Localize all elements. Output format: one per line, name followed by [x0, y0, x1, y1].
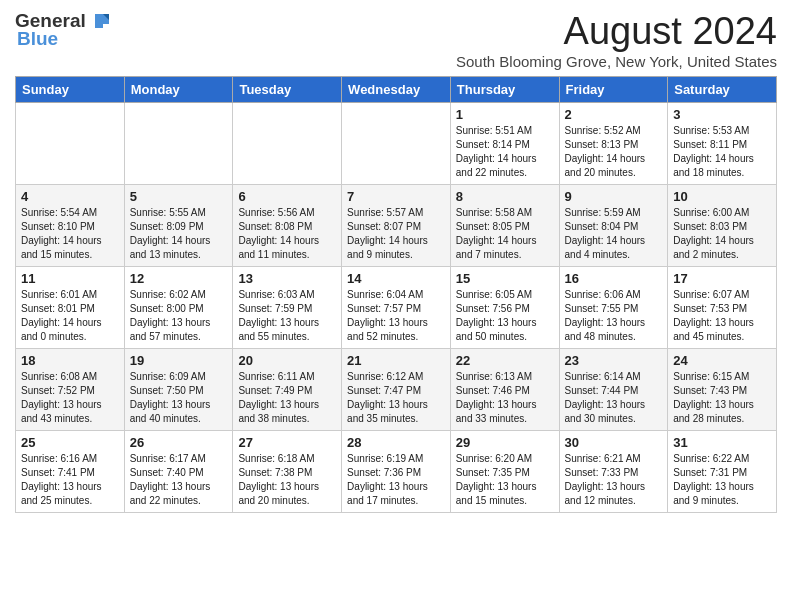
day-info: Sunrise: 6:09 AM Sunset: 7:50 PM Dayligh… [130, 370, 228, 426]
week-row-4: 18Sunrise: 6:08 AM Sunset: 7:52 PM Dayli… [16, 349, 777, 431]
calendar-table: SundayMondayTuesdayWednesdayThursdayFrid… [15, 76, 777, 513]
month-title: August 2024 [456, 10, 777, 53]
calendar-cell: 31Sunrise: 6:22 AM Sunset: 7:31 PM Dayli… [668, 431, 777, 513]
day-number: 19 [130, 353, 228, 368]
day-number: 31 [673, 435, 771, 450]
calendar-cell: 21Sunrise: 6:12 AM Sunset: 7:47 PM Dayli… [342, 349, 451, 431]
day-number: 22 [456, 353, 554, 368]
day-info: Sunrise: 6:19 AM Sunset: 7:36 PM Dayligh… [347, 452, 445, 508]
day-info: Sunrise: 6:04 AM Sunset: 7:57 PM Dayligh… [347, 288, 445, 344]
day-number: 16 [565, 271, 663, 286]
calendar-cell: 12Sunrise: 6:02 AM Sunset: 8:00 PM Dayli… [124, 267, 233, 349]
weekday-header-row: SundayMondayTuesdayWednesdayThursdayFrid… [16, 77, 777, 103]
day-number: 26 [130, 435, 228, 450]
weekday-header-sunday: Sunday [16, 77, 125, 103]
day-info: Sunrise: 6:11 AM Sunset: 7:49 PM Dayligh… [238, 370, 336, 426]
day-info: Sunrise: 5:59 AM Sunset: 8:04 PM Dayligh… [565, 206, 663, 262]
calendar-cell: 20Sunrise: 6:11 AM Sunset: 7:49 PM Dayli… [233, 349, 342, 431]
logo-icon [89, 12, 111, 30]
calendar-cell: 10Sunrise: 6:00 AM Sunset: 8:03 PM Dayli… [668, 185, 777, 267]
day-number: 9 [565, 189, 663, 204]
day-number: 6 [238, 189, 336, 204]
logo-blue-text: Blue [17, 28, 58, 50]
day-info: Sunrise: 5:55 AM Sunset: 8:09 PM Dayligh… [130, 206, 228, 262]
calendar-cell: 17Sunrise: 6:07 AM Sunset: 7:53 PM Dayli… [668, 267, 777, 349]
weekday-header-thursday: Thursday [450, 77, 559, 103]
day-info: Sunrise: 6:16 AM Sunset: 7:41 PM Dayligh… [21, 452, 119, 508]
calendar-cell: 15Sunrise: 6:05 AM Sunset: 7:56 PM Dayli… [450, 267, 559, 349]
weekday-header-friday: Friday [559, 77, 668, 103]
calendar-cell [16, 103, 125, 185]
day-info: Sunrise: 5:58 AM Sunset: 8:05 PM Dayligh… [456, 206, 554, 262]
weekday-header-wednesday: Wednesday [342, 77, 451, 103]
day-number: 17 [673, 271, 771, 286]
calendar-cell [233, 103, 342, 185]
day-number: 3 [673, 107, 771, 122]
day-info: Sunrise: 5:51 AM Sunset: 8:14 PM Dayligh… [456, 124, 554, 180]
calendar-cell: 25Sunrise: 6:16 AM Sunset: 7:41 PM Dayli… [16, 431, 125, 513]
day-number: 14 [347, 271, 445, 286]
calendar-cell: 13Sunrise: 6:03 AM Sunset: 7:59 PM Dayli… [233, 267, 342, 349]
day-info: Sunrise: 6:13 AM Sunset: 7:46 PM Dayligh… [456, 370, 554, 426]
calendar-cell: 1Sunrise: 5:51 AM Sunset: 8:14 PM Daylig… [450, 103, 559, 185]
day-number: 21 [347, 353, 445, 368]
day-info: Sunrise: 6:17 AM Sunset: 7:40 PM Dayligh… [130, 452, 228, 508]
day-info: Sunrise: 5:56 AM Sunset: 8:08 PM Dayligh… [238, 206, 336, 262]
calendar-cell: 14Sunrise: 6:04 AM Sunset: 7:57 PM Dayli… [342, 267, 451, 349]
weekday-header-tuesday: Tuesday [233, 77, 342, 103]
calendar-cell [124, 103, 233, 185]
day-number: 11 [21, 271, 119, 286]
day-info: Sunrise: 6:20 AM Sunset: 7:35 PM Dayligh… [456, 452, 554, 508]
calendar-cell: 7Sunrise: 5:57 AM Sunset: 8:07 PM Daylig… [342, 185, 451, 267]
location-title: South Blooming Grove, New York, United S… [456, 53, 777, 70]
day-number: 30 [565, 435, 663, 450]
day-info: Sunrise: 6:00 AM Sunset: 8:03 PM Dayligh… [673, 206, 771, 262]
day-info: Sunrise: 6:05 AM Sunset: 7:56 PM Dayligh… [456, 288, 554, 344]
day-number: 5 [130, 189, 228, 204]
day-info: Sunrise: 6:06 AM Sunset: 7:55 PM Dayligh… [565, 288, 663, 344]
calendar-cell: 27Sunrise: 6:18 AM Sunset: 7:38 PM Dayli… [233, 431, 342, 513]
day-info: Sunrise: 6:21 AM Sunset: 7:33 PM Dayligh… [565, 452, 663, 508]
day-number: 29 [456, 435, 554, 450]
day-info: Sunrise: 6:07 AM Sunset: 7:53 PM Dayligh… [673, 288, 771, 344]
day-info: Sunrise: 6:03 AM Sunset: 7:59 PM Dayligh… [238, 288, 336, 344]
calendar-cell: 19Sunrise: 6:09 AM Sunset: 7:50 PM Dayli… [124, 349, 233, 431]
weekday-header-monday: Monday [124, 77, 233, 103]
day-number: 1 [456, 107, 554, 122]
calendar-cell: 26Sunrise: 6:17 AM Sunset: 7:40 PM Dayli… [124, 431, 233, 513]
day-number: 24 [673, 353, 771, 368]
calendar-cell: 5Sunrise: 5:55 AM Sunset: 8:09 PM Daylig… [124, 185, 233, 267]
calendar-cell: 3Sunrise: 5:53 AM Sunset: 8:11 PM Daylig… [668, 103, 777, 185]
calendar-cell: 30Sunrise: 6:21 AM Sunset: 7:33 PM Dayli… [559, 431, 668, 513]
week-row-2: 4Sunrise: 5:54 AM Sunset: 8:10 PM Daylig… [16, 185, 777, 267]
day-info: Sunrise: 6:02 AM Sunset: 8:00 PM Dayligh… [130, 288, 228, 344]
day-info: Sunrise: 5:53 AM Sunset: 8:11 PM Dayligh… [673, 124, 771, 180]
calendar-cell: 24Sunrise: 6:15 AM Sunset: 7:43 PM Dayli… [668, 349, 777, 431]
calendar-cell: 22Sunrise: 6:13 AM Sunset: 7:46 PM Dayli… [450, 349, 559, 431]
day-info: Sunrise: 5:52 AM Sunset: 8:13 PM Dayligh… [565, 124, 663, 180]
day-number: 25 [21, 435, 119, 450]
logo: General Blue [15, 10, 111, 50]
day-number: 28 [347, 435, 445, 450]
day-number: 12 [130, 271, 228, 286]
day-number: 10 [673, 189, 771, 204]
day-info: Sunrise: 6:22 AM Sunset: 7:31 PM Dayligh… [673, 452, 771, 508]
day-info: Sunrise: 5:54 AM Sunset: 8:10 PM Dayligh… [21, 206, 119, 262]
day-info: Sunrise: 6:08 AM Sunset: 7:52 PM Dayligh… [21, 370, 119, 426]
day-number: 15 [456, 271, 554, 286]
calendar-cell: 16Sunrise: 6:06 AM Sunset: 7:55 PM Dayli… [559, 267, 668, 349]
calendar-cell: 2Sunrise: 5:52 AM Sunset: 8:13 PM Daylig… [559, 103, 668, 185]
day-number: 18 [21, 353, 119, 368]
day-info: Sunrise: 6:01 AM Sunset: 8:01 PM Dayligh… [21, 288, 119, 344]
day-number: 8 [456, 189, 554, 204]
day-info: Sunrise: 5:57 AM Sunset: 8:07 PM Dayligh… [347, 206, 445, 262]
day-number: 4 [21, 189, 119, 204]
calendar-cell: 18Sunrise: 6:08 AM Sunset: 7:52 PM Dayli… [16, 349, 125, 431]
day-number: 27 [238, 435, 336, 450]
day-info: Sunrise: 6:12 AM Sunset: 7:47 PM Dayligh… [347, 370, 445, 426]
day-info: Sunrise: 6:15 AM Sunset: 7:43 PM Dayligh… [673, 370, 771, 426]
calendar-cell: 6Sunrise: 5:56 AM Sunset: 8:08 PM Daylig… [233, 185, 342, 267]
day-number: 2 [565, 107, 663, 122]
day-info: Sunrise: 6:14 AM Sunset: 7:44 PM Dayligh… [565, 370, 663, 426]
day-info: Sunrise: 6:18 AM Sunset: 7:38 PM Dayligh… [238, 452, 336, 508]
